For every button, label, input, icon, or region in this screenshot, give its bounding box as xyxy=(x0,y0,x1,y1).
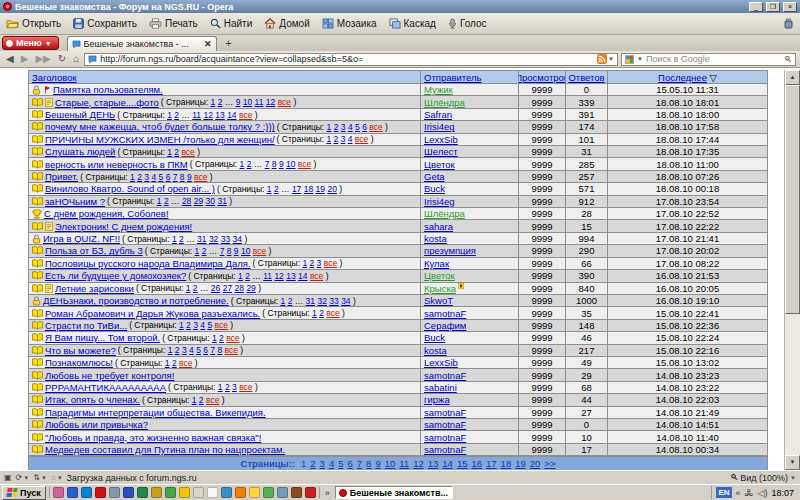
sender-link[interactable]: Цветок xyxy=(424,159,455,170)
sender-link[interactable]: LexxSib xyxy=(424,357,458,368)
topic-page-link[interactable]: 19 xyxy=(316,184,325,194)
topic-link[interactable]: Страсти по ТиВи... xyxy=(45,320,127,331)
topic-link[interactable]: Итак, опять о членах. xyxy=(45,394,140,405)
topic-page-link[interactable]: 1 xyxy=(327,122,332,132)
pagination-page-link[interactable]: 16 xyxy=(471,458,482,469)
sender-link[interactable]: samotnaF xyxy=(424,432,466,443)
topic-link[interactable]: ПРИЧИНЫ МУЖСКИХ ИЗМЕН /только для женщин… xyxy=(45,134,275,145)
topic-page-link[interactable]: 1 xyxy=(130,172,135,182)
topic-page-link[interactable]: 32 xyxy=(317,296,326,306)
toolbar-button[interactable]: Открыть xyxy=(6,18,61,29)
topic-page-link[interactable]: 28 xyxy=(182,196,191,206)
topic-page-link[interactable]: 4 xyxy=(151,172,156,182)
topic-page-link[interactable]: 31 xyxy=(197,234,206,244)
sort-views-link[interactable]: Просмотров xyxy=(519,72,566,83)
topic-page-link[interactable]: 30 xyxy=(206,196,215,206)
pagination-page-link[interactable]: 2 xyxy=(310,458,315,469)
topic-page-link[interactable]: 32 xyxy=(209,234,218,244)
topic-page-link[interactable]: 2 xyxy=(174,110,179,120)
address-input[interactable]: http://forum.ngs.ru/board/acquaintance?v… xyxy=(84,53,618,66)
sync-dropdown-icon[interactable]: ⟳▼ xyxy=(16,473,30,482)
topic-page-link[interactable]: 34 xyxy=(341,296,350,306)
topic-page-link[interactable]: 1 xyxy=(186,283,191,293)
toolbar-button[interactable]: Печать xyxy=(149,18,198,29)
sender-link[interactable]: Шлёндра xyxy=(424,208,465,219)
quicklaunch-icon[interactable] xyxy=(53,487,64,498)
sender-link[interactable]: Кулак xyxy=(424,258,449,269)
topic-page-link[interactable]: 4 xyxy=(189,345,194,355)
topic-link[interactable]: Слушать людей xyxy=(45,146,115,157)
topic-link[interactable]: Пословицы русского народа Владимира Даля… xyxy=(45,258,251,269)
sort-title-link[interactable]: Заголовок xyxy=(32,72,77,83)
topic-page-link[interactable]: 2 xyxy=(245,271,250,281)
topic-pages-all-link[interactable]: все xyxy=(215,320,228,330)
sender-link[interactable]: Irisi4eg xyxy=(424,196,455,207)
sender-link[interactable]: презумпция xyxy=(424,245,476,256)
overflow-chevron[interactable]: » xyxy=(323,488,332,498)
topic-page-link[interactable]: 6 xyxy=(166,172,171,182)
topic-page-link[interactable]: 2 xyxy=(319,308,324,318)
topic-page-link[interactable]: 2 xyxy=(218,97,223,107)
pagination-page-link[interactable]: 5 xyxy=(338,458,343,469)
pagination-page-link[interactable]: 11 xyxy=(399,458,409,469)
quicklaunch-icon[interactable] xyxy=(193,487,204,498)
topic-page-link[interactable]: 5 xyxy=(207,320,212,330)
topic-page-link[interactable]: 6 xyxy=(203,345,208,355)
quicklaunch-icon[interactable] xyxy=(263,487,274,498)
topic-pages-all-link[interactable]: все xyxy=(310,271,323,281)
topic-page-link[interactable]: 8 xyxy=(272,159,277,169)
topic-page-link[interactable]: 3 xyxy=(193,320,198,330)
topic-page-link[interactable]: 2 xyxy=(274,184,279,194)
topic-page-link[interactable]: 1 xyxy=(179,320,184,330)
topic-page-link[interactable]: 1 xyxy=(195,246,200,256)
network-dropdown-icon[interactable]: ◌▼ xyxy=(51,473,63,482)
pagination-page-link[interactable]: 19 xyxy=(515,458,526,469)
start-button[interactable]: Пуск xyxy=(2,486,46,500)
sender-link[interactable]: Шлёндра xyxy=(424,97,465,108)
topic-link[interactable]: заНОЧьним ? xyxy=(45,196,105,207)
topic-page-link[interactable]: 8 xyxy=(180,172,185,182)
quicklaunch-icon[interactable] xyxy=(109,487,120,498)
topic-page-link[interactable]: 3 xyxy=(341,134,346,144)
sender-link[interactable]: samotnaF xyxy=(424,308,466,319)
sender-link[interactable]: Geta xyxy=(424,171,445,182)
topic-page-link[interactable]: 18 xyxy=(304,184,313,194)
reload-icon[interactable]: ↻ xyxy=(56,53,68,65)
topic-page-link[interactable]: 2 xyxy=(199,395,204,405)
sender-link[interactable]: Buck xyxy=(424,183,445,194)
topic-page-link[interactable]: 1 xyxy=(312,308,317,318)
topic-page-link[interactable]: 5 xyxy=(159,172,164,182)
topic-page-link[interactable]: 9 xyxy=(279,159,284,169)
topic-page-link[interactable]: 2 xyxy=(334,122,339,132)
search-magnifier-icon[interactable]: 🔍︎ xyxy=(784,55,792,64)
pagination-page-link[interactable]: 10 xyxy=(385,458,396,469)
toolbar-button[interactable]: Мозаика xyxy=(322,18,377,29)
topic-link[interactable]: ДЕНЬзнаки, производство и потребление. xyxy=(43,295,229,306)
topic-page-link[interactable]: 8 xyxy=(227,246,232,256)
scroll-down-icon[interactable]: ▼ xyxy=(785,455,800,470)
toolbar-button[interactable]: Сохранить xyxy=(73,18,137,29)
topic-page-link[interactable]: 27 xyxy=(223,283,232,293)
topic-page-link[interactable]: 20 xyxy=(327,184,336,194)
back-icon[interactable]: ◀ xyxy=(4,53,16,65)
topic-pages-all-link[interactable]: все xyxy=(239,382,252,392)
topic-page-link[interactable]: 3 xyxy=(232,382,237,392)
topic-page-link[interactable]: 14 xyxy=(227,110,236,120)
sort-replies-link[interactable]: Ответов xyxy=(568,72,604,83)
quicklaunch-icon[interactable] xyxy=(291,487,302,498)
topic-page-link[interactable]: 1 xyxy=(167,147,172,157)
topic-page-link[interactable]: 2 xyxy=(202,246,207,256)
topic-pages-all-link[interactable]: все xyxy=(206,395,219,405)
topic-link[interactable]: Есть ли будущее у домохозяек? xyxy=(45,270,186,281)
pagination-page-link[interactable]: 9 xyxy=(375,458,380,469)
topic-page-link[interactable]: 8 xyxy=(217,345,222,355)
quicklaunch-icon[interactable] xyxy=(123,487,134,498)
topic-link[interactable]: Любовь или привычка? xyxy=(45,419,148,430)
pagination-page-link[interactable]: 20 xyxy=(530,458,541,469)
scrollbar-track[interactable] xyxy=(785,85,800,455)
topic-page-link[interactable]: 13 xyxy=(286,271,295,281)
topic-link[interactable]: Польза от БЗ, дубль 3 xyxy=(45,245,143,256)
pagination-page-link[interactable]: 7 xyxy=(357,458,362,469)
topic-page-link[interactable]: 10 xyxy=(286,159,295,169)
quicklaunch-icon[interactable] xyxy=(165,487,176,498)
